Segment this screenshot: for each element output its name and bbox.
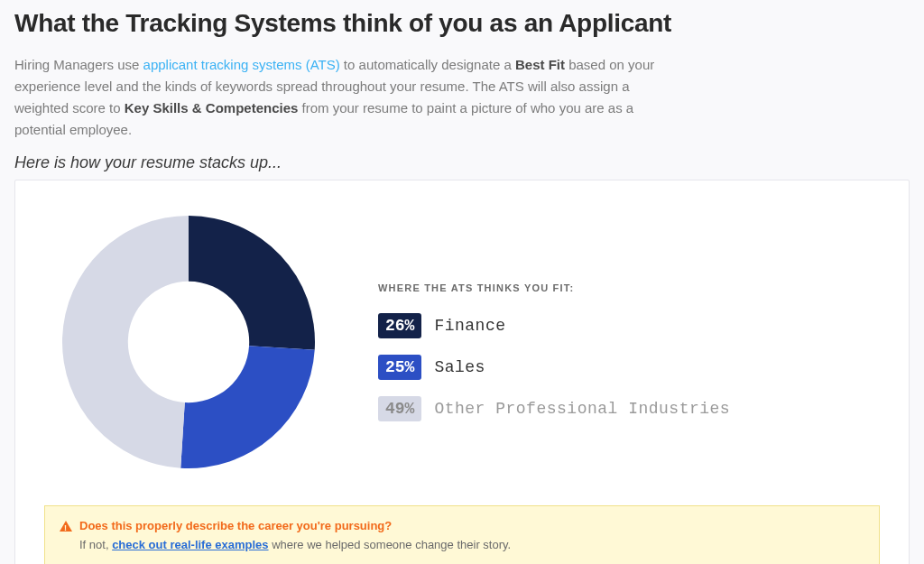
alert-box: Does this properly describe the career y… <box>44 505 880 564</box>
legend-item: 49%Other Professional Industries <box>378 396 871 421</box>
intro-text: to automatically designate a <box>340 57 515 72</box>
legend-title: WHERE THE ATS THINKS YOU FIT: <box>378 282 871 293</box>
donut-slice <box>189 216 315 350</box>
page-title: What the Tracking Systems think of you a… <box>14 9 910 38</box>
legend-label: Sales <box>434 358 485 376</box>
intro-bold-bestfit: Best Fit <box>515 57 565 72</box>
ats-link[interactable]: applicant tracking systems (ATS) <box>143 57 340 72</box>
results-card: WHERE THE ATS THINKS YOU FIT: 26%Finance… <box>14 180 910 564</box>
subhead: Here is how your resume stacks up... <box>14 153 910 172</box>
legend-item: 26%Finance <box>378 313 871 338</box>
alert-sub: If not, check out real-life examples whe… <box>79 536 864 555</box>
warning-icon <box>60 521 72 532</box>
alert-question: Does this properly describe the career y… <box>60 517 864 536</box>
alert-sub-suffix: where we helped someone change their sto… <box>269 538 512 551</box>
donut-slice <box>180 346 315 468</box>
legend-percent: 26% <box>378 313 421 338</box>
alert-sub-prefix: If not, <box>79 538 112 551</box>
alert-question-text: Does this properly describe the career y… <box>79 517 392 536</box>
donut-slice <box>62 216 189 468</box>
legend-label: Other Professional Industries <box>434 400 730 418</box>
donut-chart <box>53 202 324 482</box>
legend-percent: 25% <box>378 355 421 380</box>
intro-text: Hiring Managers use <box>14 57 143 72</box>
intro-bold-keyskills: Key Skills & Competencies <box>125 100 299 116</box>
legend-item: 25%Sales <box>378 355 871 380</box>
chart-row: WHERE THE ATS THINKS YOU FIT: 26%Finance… <box>44 202 880 482</box>
legend-label: Finance <box>434 317 505 335</box>
intro-paragraph: Hiring Managers use applicant tracking s… <box>14 54 664 141</box>
examples-link[interactable]: check out real-life examples <box>112 538 268 551</box>
legend: WHERE THE ATS THINKS YOU FIT: 26%Finance… <box>378 246 871 438</box>
legend-percent: 49% <box>378 396 421 421</box>
